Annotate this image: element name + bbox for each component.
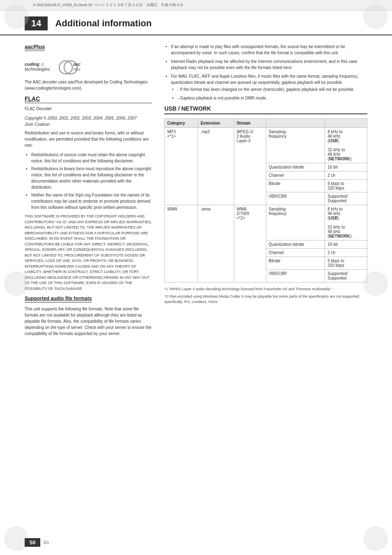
- corner-decoration-mr: [363, 271, 388, 296]
- flac-warranty-block: THIS SOFTWARE IS PROVIDED BY THE COPYRIG…: [25, 214, 152, 291]
- wma-bitrate-value: 5 kbps to320 kbps: [325, 257, 367, 270]
- wma-channel-label: Channel: [266, 249, 325, 257]
- flac-bullet-1: Redistributions of source code must reta…: [31, 152, 152, 164]
- wma-quant-label: Quantization bitrate: [266, 240, 325, 249]
- mp3-channel-value: 2 ch: [325, 171, 367, 180]
- corner-decoration-tl: [4, 4, 29, 29]
- wma-quant-value: 16 bit: [325, 240, 367, 249]
- col-stream: Stream: [234, 119, 266, 128]
- aacplus-logo-svg: aac Plus: [57, 58, 90, 75]
- col-category: Category: [165, 119, 198, 128]
- corner-decoration-br: [363, 526, 388, 551]
- mp3-row-sampling: MP3<*1> .mp3 MPEG-1/2 AudioLayer-3 Sampl…: [165, 128, 367, 163]
- file-info-text: X-SMC55DAB-S_VXE8_En.book 50 ページ ２０１３年７月…: [33, 2, 183, 8]
- flac-section: FLAC FLAC Decoder Copyright © 2000, 2001…: [25, 95, 152, 291]
- wma-vbr-value: Supported/Supported: [325, 270, 367, 282]
- footnote-section: *1 "MPEG Layer-3 audio decoding technolo…: [164, 287, 367, 305]
- aacplus-section: aacPlus coding ♫ technologies aac Plus T…: [25, 44, 152, 91]
- mp3-extension: .mp3: [198, 128, 234, 205]
- left-column: aacPlus coding ♫ technologies aac Plus T…: [25, 44, 152, 341]
- svg-text:aac: aac: [73, 62, 81, 67]
- coding-tech-block: coding ♫ technologies: [25, 62, 50, 72]
- right-bullet-3: For WAV, FLAC, AIFF and Apple Lossless f…: [171, 73, 367, 101]
- supported-audio-description: This unit supports the following file fo…: [25, 306, 152, 337]
- wma-vbr-label: VBR/CBR: [266, 270, 325, 282]
- svg-text:Plus: Plus: [73, 67, 81, 72]
- flac-copyright: Copyright © 2000, 2001, 2002, 2003, 2004…: [25, 115, 152, 127]
- usb-network-heading: USB / NETWORK: [164, 105, 367, 114]
- supported-audio-heading: Supported audio file formats: [25, 296, 92, 303]
- col-spec-value: [325, 119, 367, 128]
- mp3-vbr-value: Supported/Supported: [325, 192, 367, 205]
- col-extension: Extension: [198, 119, 234, 128]
- mp3-sampling-label: Samplingfrequency: [266, 128, 325, 163]
- footnote-1: *1 "MPEG Layer-3 audio decoding technolo…: [164, 287, 367, 292]
- page-language: En: [44, 540, 48, 545]
- supported-audio-section: Supported audio file formats This unit s…: [25, 296, 152, 337]
- sub-bullet-2: Gapless playback is not possible in DMR …: [178, 95, 367, 101]
- flac-heading: FLAC: [25, 95, 152, 103]
- wma-sampling-value: 8 kHz to48 kHz(USB)32 kHz to48 kHz(NETWO…: [325, 205, 367, 240]
- main-content: aacPlus coding ♫ technologies aac Plus T…: [0, 35, 392, 349]
- wma-row-sampling: WMA .wma WMA2/7/8/9<*2> Samplingfrequenc…: [165, 205, 367, 240]
- flac-bullet-3: Neither the name of the Xiph.org Foundat…: [31, 192, 152, 210]
- page-number: 50: [25, 538, 40, 547]
- mp3-category: MP3<*1>: [165, 128, 198, 205]
- wma-sampling-label: Samplingfrequency: [266, 205, 325, 240]
- mp3-quant-label: Quantization bitrate: [266, 163, 325, 171]
- aacplus-logo: aac Plus: [57, 58, 90, 75]
- right-bullet-2: Internet Radio playback may be affected …: [171, 58, 367, 71]
- chapter-header: 14 Additional information: [0, 11, 392, 35]
- sub-bullet-1: If the format has been changed on the se…: [178, 86, 367, 92]
- mp3-channel-label: Channel: [266, 171, 325, 180]
- footnote-2: *2 Files encoded using Windows Media Cod…: [164, 294, 367, 305]
- coding-tech-label2: technologies: [25, 67, 50, 72]
- right-column: If an attempt is made to play files with…: [164, 44, 367, 341]
- wma-extension: .wma: [198, 205, 234, 282]
- wma-stream: WMA2/7/8/9<*2>: [234, 205, 266, 282]
- corner-decoration-tr: [363, 4, 388, 29]
- right-bullet-3-subbullets: If the format has been changed on the se…: [178, 86, 367, 101]
- col-spec-label: [266, 119, 325, 128]
- aacplus-heading: aacPlus: [25, 44, 45, 51]
- flac-bullets: Redistributions of source code must reta…: [31, 152, 152, 210]
- mp3-quant-value: 16 bit: [325, 163, 367, 171]
- spec-table: Category Extension Stream MP3<*1> .mp3 M…: [164, 118, 367, 282]
- mp3-bitrate-value: 8 kbps to320 kbps: [325, 180, 367, 192]
- mp3-sampling-value: 8 kHz to48 kHz(USB)32 kHz to48 kHz(NETWO…: [325, 128, 367, 163]
- mp3-stream: MPEG-1/2 AudioLayer-3: [234, 128, 266, 205]
- page-footer: 50 En: [25, 538, 49, 547]
- flac-sub-heading: FLAC Decoder: [25, 106, 152, 112]
- flac-redistribution-intro: Redistribution and use in source and bin…: [25, 130, 152, 148]
- aacplus-logo-area: coding ♫ technologies aac Plus: [25, 58, 152, 75]
- file-info-bar: X-SMC55DAB-S_VXE8_En.book 50 ページ ２０１３年７月…: [0, 0, 392, 11]
- corner-decoration-ml: [4, 271, 29, 296]
- chapter-title: Additional information: [55, 18, 152, 29]
- coding-tech-label1: coding ♫: [25, 62, 50, 67]
- mp3-bitrate-label: Bitrate: [266, 180, 325, 192]
- aacplus-description: The AAC decoder uses aacPlus developed b…: [25, 79, 152, 91]
- flac-bullet-2: Redistributions in binary form must repr…: [31, 166, 152, 190]
- mp3-vbr-label: VBR/CBR: [266, 192, 325, 205]
- right-column-bullets: If an attempt is made to play files with…: [171, 44, 367, 101]
- wma-category: WMA: [165, 205, 198, 282]
- wma-bitrate-label: Bitrate: [266, 257, 325, 270]
- right-bullet-1: If an attempt is made to play files with…: [171, 44, 367, 56]
- wma-channel-value: 2 ch: [325, 249, 367, 257]
